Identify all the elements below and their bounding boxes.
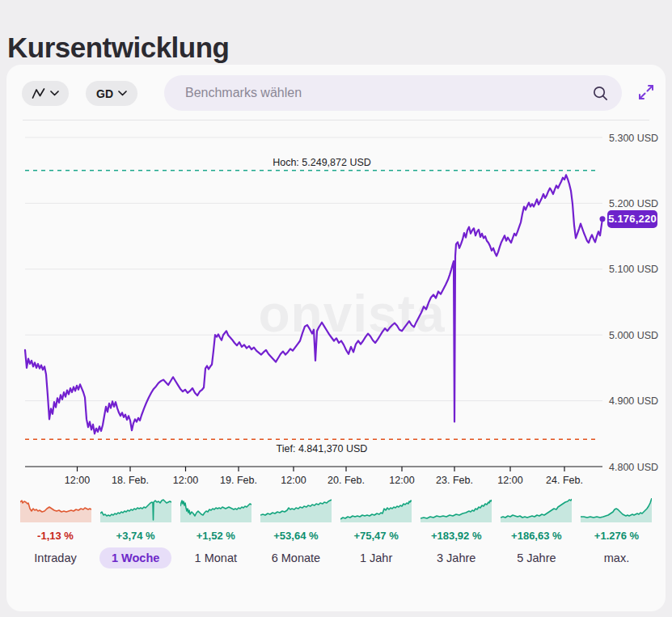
last-price-badge: 5.176,220 (607, 210, 657, 228)
high-label: Hoch: 5.249,872 USD (273, 157, 371, 168)
period-1-monat[interactable]: +1,52 %1 Monat (176, 498, 255, 568)
chart-card: GD onvista 5.300 USD5.200 USD5.100 USD5.… (6, 65, 666, 611)
page-title: Kursentwicklung (7, 32, 229, 64)
period-selector: -1,13 %Intraday+3,74 %1 Woche+1,52 %1 Mo… (6, 498, 666, 568)
period-3-jahre[interactable]: +183,92 %3 Jahre (417, 498, 496, 568)
period-change-5-jahre: +186,63 % (511, 530, 562, 542)
period-label-5-jahre[interactable]: 5 Jahre (505, 547, 568, 568)
x-axis-label: 20. Feb. (328, 475, 365, 486)
period-change-1-woche: +3,74 % (116, 530, 155, 542)
y-axis-label: 4.800 USD (609, 462, 658, 473)
x-axis-label: 24. Feb. (546, 475, 583, 486)
x-axis-label: 12:00 (65, 475, 90, 486)
y-axis-label: 5.200 USD (609, 198, 658, 209)
period-change-1-monat: +1,52 % (197, 530, 235, 542)
period-label-intraday[interactable]: Intraday (22, 547, 88, 568)
price-line (25, 175, 602, 433)
period-label-3-jahre[interactable]: 3 Jahre (425, 547, 488, 568)
period-change-6-monate: +53,64 % (273, 530, 318, 542)
sparkline-5-jahre (501, 498, 572, 522)
period-1-woche[interactable]: +3,74 %1 Woche (96, 498, 175, 568)
y-axis-label: 4.900 USD (609, 395, 658, 407)
x-axis-label: 12:00 (281, 475, 306, 486)
low-label: Tief: 4.841,370 USD (277, 443, 368, 454)
period-label-1-jahr[interactable]: 1 Jahr (348, 547, 404, 568)
y-axis-label: 5.300 USD (609, 133, 658, 144)
x-axis-label: 19. Feb. (220, 475, 257, 486)
sparkline-max (581, 498, 652, 522)
price-end-dot (600, 216, 606, 222)
y-axis-label: 5.000 USD (609, 330, 658, 341)
sparkline-6-monate (260, 498, 332, 522)
x-axis-label: 12:00 (389, 475, 414, 486)
period-label-6-monate[interactable]: 6 Monate (260, 547, 332, 568)
period-intraday[interactable]: -1,13 %Intraday (16, 498, 95, 568)
y-axis-label: 5.100 USD (609, 264, 658, 275)
sparkline-1-woche (100, 498, 171, 522)
period-change-3-jahre: +183,92 % (431, 530, 482, 542)
sparkline-1-jahr (340, 498, 412, 522)
period-1-jahr[interactable]: +75,47 %1 Jahr (337, 498, 416, 568)
sparkline-3-jahre (421, 498, 492, 522)
period-change-1-jahr: +75,47 % (353, 530, 398, 542)
period-label-1-monat[interactable]: 1 Monat (183, 547, 249, 568)
period-label-1-woche[interactable]: 1 Woche (99, 547, 171, 568)
period-max[interactable]: +1.276 %max. (577, 498, 656, 568)
period-6-monate[interactable]: +53,64 %6 Monate (256, 498, 335, 568)
x-axis-label: 12:00 (173, 475, 198, 486)
x-axis-label: 23. Feb. (436, 475, 473, 486)
period-label-max[interactable]: max. (592, 547, 641, 568)
period-change-max: +1.276 % (594, 530, 639, 542)
period-change-intraday: -1,13 % (37, 530, 74, 542)
sparkline-intraday (20, 498, 91, 522)
x-axis-label: 12:00 (497, 475, 522, 486)
period-5-jahre[interactable]: +186,63 %5 Jahre (497, 498, 576, 568)
x-axis-label: 18. Feb. (112, 475, 149, 486)
sparkline-1-monat (180, 498, 251, 522)
